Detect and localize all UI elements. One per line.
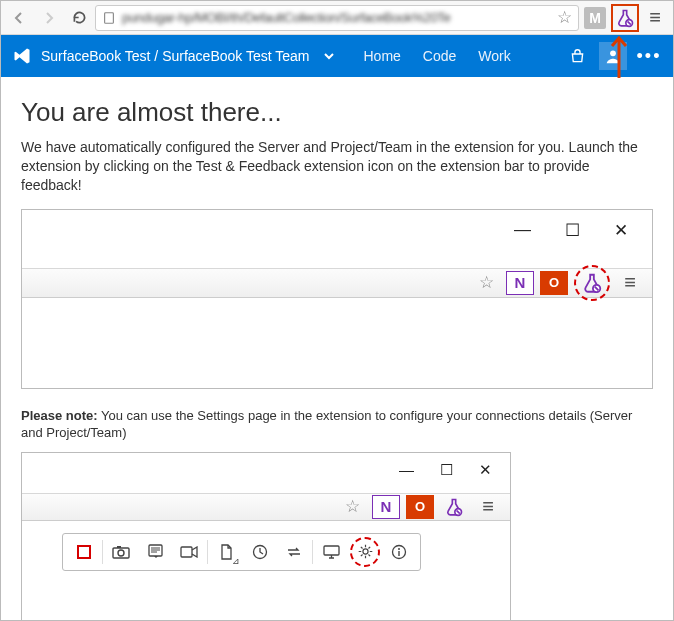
illustration-settings: — ☐ ✕ ☆ N O ≡ ⊿	[21, 452, 511, 621]
svg-rect-5	[78, 546, 90, 558]
flask-icon	[440, 495, 468, 519]
address-bar[interactable]: pundugar-hp/MOBI/th/DefaultCollection/Su…	[95, 5, 579, 31]
office-icon: O	[540, 271, 568, 295]
svg-rect-12	[324, 546, 339, 555]
ellipsis-icon: •••	[637, 46, 662, 67]
page-content: You are almost there... We have automati…	[1, 77, 673, 621]
svg-point-2	[610, 50, 616, 56]
svg-rect-8	[117, 546, 121, 548]
m-badge-icon: M	[584, 7, 606, 29]
bookmark-star-icon[interactable]: ☆	[557, 7, 572, 28]
bookmark-star-icon: ☆	[472, 271, 500, 295]
settings-button	[348, 537, 382, 567]
user-avatar[interactable]	[599, 42, 627, 70]
maximize-icon: ☐	[565, 220, 580, 241]
gear-icon	[357, 543, 374, 560]
hamburger-icon: ≡	[616, 271, 644, 295]
record-icon	[67, 537, 101, 567]
intro-paragraph: We have automatically configured the Ser…	[21, 138, 653, 195]
forward-button[interactable]	[35, 4, 63, 32]
window-controls: — ☐ ✕	[399, 461, 492, 479]
onenote-icon: N	[506, 271, 534, 295]
mini-toolbar: ☆ N O ≡	[22, 268, 652, 298]
note-paragraph: Please note: You can use the Settings pa…	[21, 407, 653, 442]
marketplace-icon[interactable]	[563, 42, 591, 70]
minimize-icon: —	[514, 220, 531, 241]
monitor-icon	[314, 537, 348, 567]
video-icon	[172, 537, 206, 567]
nav-home[interactable]: Home	[363, 48, 400, 64]
svg-rect-0	[105, 12, 114, 23]
clock-icon	[243, 537, 277, 567]
svg-rect-16	[398, 551, 399, 556]
page-icon	[102, 11, 116, 25]
highlight-circle	[350, 537, 380, 567]
more-menu[interactable]: •••	[635, 42, 663, 70]
highlight-circle	[574, 265, 610, 301]
visual-studio-logo-icon[interactable]	[11, 45, 33, 67]
browser-toolbar: pundugar-hp/MOBI/th/DefaultCollection/Su…	[1, 1, 673, 35]
minimize-icon: —	[399, 461, 414, 479]
breadcrumb[interactable]: SurfaceBook Test / SurfaceBook Test Team	[41, 48, 309, 64]
mini-toolbar: ☆ N O ≡	[22, 493, 510, 521]
loop-icon	[277, 537, 311, 567]
svg-point-7	[118, 550, 124, 556]
chevron-down-icon[interactable]	[323, 50, 335, 62]
close-icon: ✕	[614, 220, 628, 241]
nav-work[interactable]: Work	[478, 48, 510, 64]
svg-point-13	[362, 549, 367, 554]
browser-menu-button[interactable]: ≡	[641, 4, 669, 32]
svg-rect-10	[181, 547, 192, 557]
maximize-icon: ☐	[440, 461, 453, 479]
info-icon	[382, 537, 416, 567]
url-text: pundugar-hp/MOBI/th/DefaultCollection/Su…	[122, 10, 551, 25]
note-icon	[138, 537, 172, 567]
back-button[interactable]	[5, 4, 33, 32]
product-header: SurfaceBook Test / SurfaceBook Test Team…	[1, 35, 673, 77]
bookmark-star-icon: ☆	[338, 495, 366, 519]
nav-links: Home Code Work	[363, 48, 510, 64]
flask-icon	[581, 272, 603, 294]
nav-code[interactable]: Code	[423, 48, 456, 64]
page-title: You are almost there...	[21, 97, 653, 128]
note-label: Please note:	[21, 408, 98, 423]
window-controls: — ☐ ✕	[514, 220, 628, 241]
onenote-icon: N	[372, 495, 400, 519]
close-icon: ✕	[479, 461, 492, 479]
hamburger-icon: ≡	[649, 6, 661, 29]
extension-m[interactable]: M	[581, 4, 609, 32]
test-feedback-extension-icon[interactable]	[611, 4, 639, 32]
illustration-extension-location: — ☐ ✕ ☆ N O ≡	[21, 209, 653, 389]
document-icon: ⊿	[209, 537, 243, 567]
svg-point-15	[398, 548, 400, 550]
reload-button[interactable]	[65, 4, 93, 32]
note-text: You can use the Settings page in the ext…	[21, 408, 632, 441]
feedback-toolbar: ⊿	[62, 533, 421, 571]
camera-icon	[104, 537, 138, 567]
office-icon: O	[406, 495, 434, 519]
flask-icon	[615, 8, 635, 28]
hamburger-icon: ≡	[474, 495, 502, 519]
